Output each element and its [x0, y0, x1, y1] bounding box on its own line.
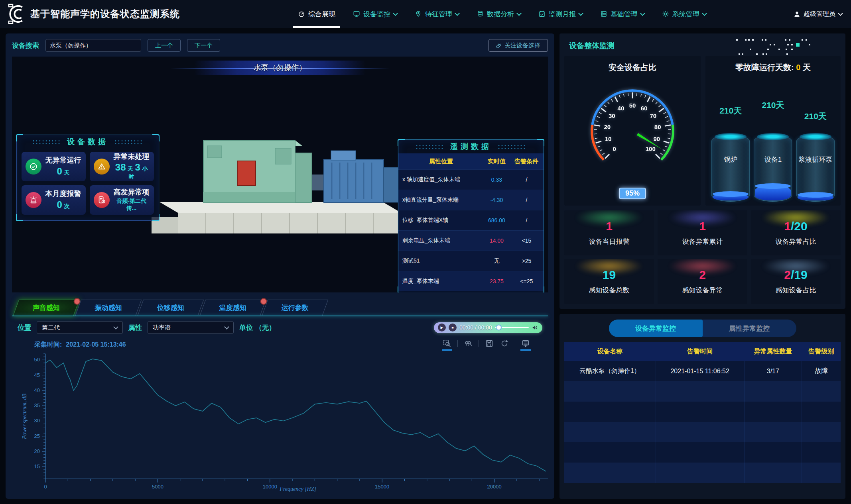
app: 基于智能声学的设备状态监测系统 综合展现设备监控特征管理数据分析监测月报基础管理… [0, 0, 851, 504]
pin-icon [415, 10, 422, 18]
nav-item-7[interactable]: 系统管理 [662, 0, 706, 28]
telemetry-condition: <15 [510, 231, 544, 251]
refresh-button[interactable] [500, 339, 509, 348]
player-slider[interactable] [495, 327, 529, 328]
stop-button[interactable]: ■ [449, 324, 457, 331]
telemetry-title-row: 遥测数据 [398, 140, 544, 153]
svg-text:90: 90 [654, 135, 660, 142]
3d-viewport[interactable]: 水泵（勿操作） [12, 57, 548, 292]
prev-device-button[interactable]: 上一个 [148, 39, 181, 52]
nav-item-4[interactable]: 数据分析 [477, 0, 521, 28]
stat-value: 2 [699, 268, 706, 282]
svg-text:45: 45 [34, 372, 40, 378]
model-title: 水泵（勿操作） [254, 63, 307, 73]
alarm-cell: 故障 [802, 361, 841, 381]
nav-item-6[interactable]: 基础管理 [600, 0, 644, 28]
chart-toolbar [442, 339, 530, 351]
warn-icon [97, 162, 106, 171]
stat-value: 1 [606, 220, 613, 233]
alarm-tab-1[interactable]: 设备异常监控 [609, 320, 703, 337]
telemetry-attr: 剩余电压_泵体末端 [398, 231, 484, 251]
report-icon [538, 10, 546, 18]
svg-text:40: 40 [618, 105, 624, 112]
chevron-down-icon [702, 11, 707, 16]
capture-time-label: 采集时间: [34, 341, 62, 349]
sense-tab-5[interactable]: 运行参数 [262, 300, 329, 316]
speaker-icon[interactable] [532, 324, 538, 331]
telemetry-row: x轴直流分量_泵体末端-4.30/ [398, 190, 544, 210]
attribute-label: 属性 [128, 323, 142, 332]
device-search-input[interactable] [45, 39, 141, 52]
chevron-down-icon [640, 11, 645, 16]
telemetry-condition: / [510, 190, 544, 210]
chevron-down-icon [516, 11, 522, 16]
floppy-icon [485, 339, 494, 348]
zoom-restore-button[interactable] [463, 339, 473, 348]
telemetry-row: 测试51无>25 [398, 251, 544, 271]
sense-tab-3[interactable]: 位移感知 [138, 300, 204, 316]
alarm-tabs: 设备异常监控属性异常监控 [609, 320, 796, 337]
device-data-card: 本月度报警0 次 [22, 185, 86, 215]
cylinder-item: 210天锅炉 [711, 98, 751, 202]
paperclip-icon [496, 43, 502, 49]
nav-item-3[interactable]: 特征管理 [415, 0, 459, 28]
stat-card: 1设备当日报警 [564, 210, 654, 255]
svg-text:20000: 20000 [487, 484, 502, 490]
nav-item-label: 综合展现 [308, 10, 335, 19]
telemetry-value: 无 [484, 251, 510, 271]
stats-grid: 1设备当日报警1设备异常累计1/20设备异常占比19感知设备总数2感知设备异常2… [564, 210, 841, 304]
telemetry-attr: 测试51 [398, 251, 484, 271]
stat-value: 19 [603, 268, 616, 282]
zero-fault-card: 零故障运行天数: 0 天 210天锅炉210天设备1210天浆液循环泵 [705, 56, 841, 206]
area-zoom-button[interactable] [442, 339, 452, 351]
chevron-down-icon [455, 11, 460, 16]
telemetry-attr: x轴直流分量_泵体末端 [398, 190, 484, 210]
nav-item-1[interactable]: 综合展现 [298, 0, 335, 28]
nav-item-5[interactable]: 监测月报 [538, 0, 583, 28]
device-card-value: 38 天 3 小时 [113, 162, 150, 180]
svg-text:0: 0 [44, 484, 47, 490]
play-button[interactable]: ▶ [438, 324, 446, 331]
sense-tab-1[interactable]: 声音感知 [13, 300, 80, 316]
focus-device-select-button[interactable]: 关注设备选择 [489, 39, 548, 52]
sense-tab-label: 声音感知 [33, 303, 60, 312]
cylinder-name: 浆液循环泵 [796, 155, 835, 165]
device-search-label: 设备搜索 [12, 41, 39, 50]
spectrum-chart: 050001000015000200001520253035404550Freq… [18, 351, 548, 494]
attribute-select[interactable]: 功率谱 [148, 321, 234, 334]
telemetry-value: 0.33 [484, 170, 510, 190]
stat-label: 设备异常占比 [776, 237, 816, 246]
monitor-icon [353, 10, 360, 18]
alarm-table: 设备名称告警时间异常属性数量告警级别 云酷水泵（勿操作1）2021-01-15 … [564, 342, 841, 483]
position-select[interactable]: 第二代 [37, 321, 123, 334]
sense-tabs: 声音感知振动感知位移感知温度感知运行参数 [16, 300, 327, 316]
telemetry-condition: / [510, 210, 544, 231]
overview-panel: 设备整体监测 安全设备占比 0102030405060708090100 95%… [559, 33, 845, 309]
telemetry-attr: x 轴加速度值_泵体末端 [398, 170, 484, 190]
stat-value: 1/20 [784, 220, 807, 233]
svg-text:60: 60 [641, 105, 648, 112]
sense-tab-2[interactable]: 振动感知 [75, 300, 142, 316]
stat-label: 设备当日报警 [589, 237, 630, 246]
user-menu[interactable]: 超级管理员 [774, 10, 851, 18]
player-time: 00:00 / 00:00 [459, 324, 492, 331]
device-card-value: 音频-第二代传... [113, 198, 150, 212]
overview-title: 设备整体监测 [569, 41, 615, 51]
alarm-tab-2[interactable]: 属性异常监控 [703, 320, 796, 337]
stat-card: 2感知设备异常 [658, 259, 747, 304]
sense-tab-4[interactable]: 温度感知 [200, 300, 266, 316]
save-image-button[interactable] [485, 339, 494, 348]
telemetry-header: 实时值 [484, 153, 510, 170]
alarm-cell: 3/17 [744, 361, 802, 381]
device-data-card: 异常未处理38 天 3 小时 [90, 152, 154, 181]
cylinder-days: 210天 [762, 100, 784, 111]
telemetry-table: 属性位置实时值告警条件 x 轴加速度值_泵体末端0.33/x轴直流分量_泵体末端… [398, 153, 544, 291]
svg-text:50: 50 [34, 357, 40, 363]
next-device-button[interactable]: 下一个 [187, 39, 220, 52]
data-view-button[interactable] [521, 339, 530, 351]
cylinder: 锅炉 [711, 135, 750, 202]
chart-controls: 位置 第二代 属性 功率谱 单位 （无） ▶ ■ 00:00 / 00:00 [18, 321, 542, 334]
nav-item-2[interactable]: 设备监控 [353, 0, 397, 28]
telemetry-value: -4.30 [484, 190, 510, 210]
chevron-down-icon [224, 324, 229, 329]
